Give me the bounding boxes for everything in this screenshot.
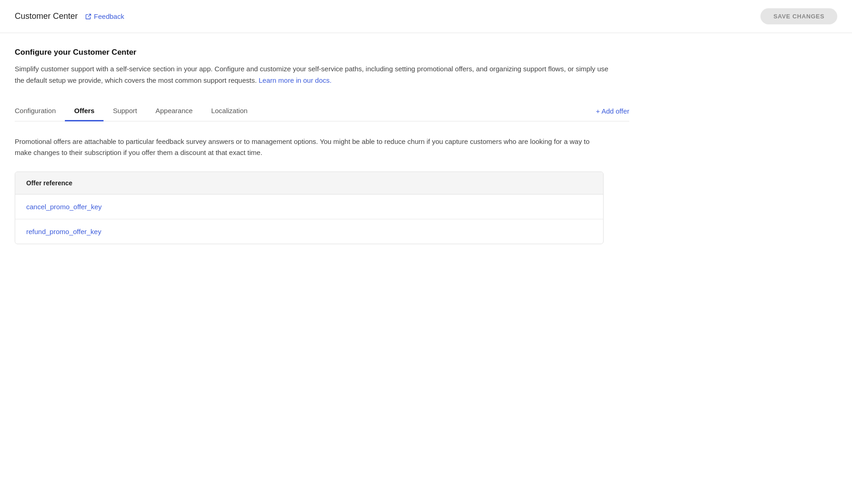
tab-appearance[interactable]: Appearance <box>146 101 202 121</box>
offers-table: Offer reference cancel_promo_offer_key r… <box>15 172 604 244</box>
tabs-bar: Configuration Offers Support Appearance … <box>15 101 629 121</box>
header: Customer Center Feedback SAVE CHANGES <box>0 0 852 33</box>
feedback-label: Feedback <box>94 12 124 20</box>
offer-key-refund[interactable]: refund_promo_offer_key <box>26 228 101 235</box>
tab-localization[interactable]: Localization <box>202 101 257 121</box>
configure-title: Configure your Customer Center <box>15 48 629 57</box>
tab-support[interactable]: Support <box>104 101 146 121</box>
tab-content-offers: Promotional offers are attachable to par… <box>15 121 629 245</box>
header-left: Customer Center Feedback <box>15 11 124 21</box>
tab-configuration[interactable]: Configuration <box>15 101 65 121</box>
main-content: Configure your Customer Center Simplify … <box>0 33 644 244</box>
feedback-link[interactable]: Feedback <box>85 12 124 20</box>
add-offer-button[interactable]: + Add offer <box>596 102 629 120</box>
page-description: Simplify customer support with a self-se… <box>15 63 613 86</box>
page-title: Customer Center <box>15 11 78 21</box>
offers-description: Promotional offers are attachable to par… <box>15 136 604 159</box>
save-changes-button[interactable]: SAVE CHANGES <box>760 8 837 24</box>
offers-table-header: Offer reference <box>15 172 603 195</box>
table-row: cancel_promo_offer_key <box>15 195 603 219</box>
tab-offers[interactable]: Offers <box>65 101 104 121</box>
table-row: refund_promo_offer_key <box>15 219 603 244</box>
learn-more-link[interactable]: Learn more in our docs. <box>259 76 331 84</box>
external-link-icon <box>85 13 92 20</box>
offer-key-cancel[interactable]: cancel_promo_offer_key <box>26 203 102 211</box>
